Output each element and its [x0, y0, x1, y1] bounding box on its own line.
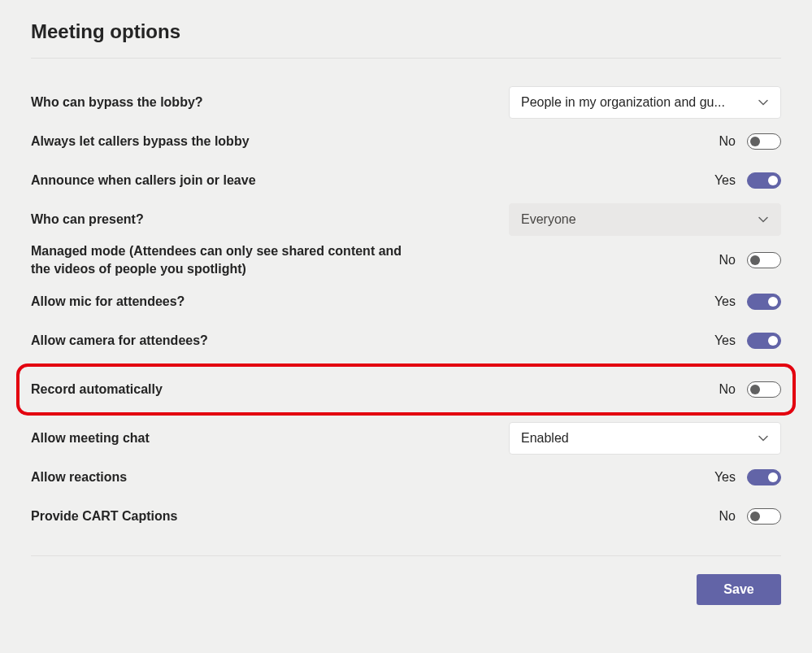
- value-cart-captions: No: [719, 509, 736, 524]
- label-allow-chat: Allow meeting chat: [31, 429, 150, 447]
- label-allow-camera: Allow camera for attendees?: [31, 332, 208, 350]
- toggle-always-bypass[interactable]: [747, 133, 781, 150]
- value-always-bypass: No: [719, 134, 736, 149]
- toggle-allow-camera[interactable]: [747, 333, 781, 349]
- label-announce: Announce when callers join or leave: [31, 172, 256, 189]
- row-record-auto: Record automatically No: [31, 373, 781, 406]
- value-allow-camera: Yes: [714, 333, 736, 348]
- row-announce: Announce when callers join or leave Yes: [31, 161, 781, 200]
- toggle-allow-reactions[interactable]: [747, 469, 781, 485]
- label-managed-mode: Managed mode (Attendees can only see sha…: [31, 242, 421, 279]
- toggle-allow-mic[interactable]: [747, 294, 781, 310]
- label-record-auto: Record automatically: [31, 381, 163, 398]
- row-allow-chat: Allow meeting chat Enabled: [31, 419, 781, 458]
- highlight-record-auto: Record automatically No: [16, 364, 796, 416]
- label-allow-reactions: Allow reactions: [31, 468, 127, 486]
- value-allow-mic: Yes: [714, 294, 736, 309]
- value-announce: Yes: [714, 173, 736, 188]
- row-allow-mic: Allow mic for attendees? Yes: [31, 282, 781, 321]
- toggle-announce[interactable]: [747, 172, 781, 189]
- label-present: Who can present?: [31, 211, 144, 229]
- row-cart-captions: Provide CART Captions No: [31, 497, 781, 536]
- dropdown-bypass-lobby[interactable]: People in my organization and gu...: [509, 86, 781, 119]
- label-cart-captions: Provide CART Captions: [31, 507, 177, 525]
- row-allow-reactions: Allow reactions Yes: [31, 458, 781, 497]
- dropdown-present-value: Everyone: [521, 212, 576, 227]
- dropdown-bypass-lobby-value: People in my organization and gu...: [521, 95, 725, 110]
- row-managed-mode: Managed mode (Attendees can only see sha…: [31, 239, 781, 282]
- save-button[interactable]: Save: [697, 574, 781, 605]
- toggle-cart-captions[interactable]: [747, 508, 781, 525]
- value-record-auto: No: [719, 382, 736, 397]
- chevron-down-icon: [758, 433, 769, 444]
- row-allow-camera: Allow camera for attendees? Yes: [31, 321, 781, 360]
- toggle-record-auto[interactable]: [747, 381, 781, 398]
- dropdown-allow-chat-value: Enabled: [521, 431, 569, 446]
- dropdown-present[interactable]: Everyone: [509, 203, 781, 236]
- footer: Save: [31, 556, 781, 605]
- toggle-managed-mode[interactable]: [747, 252, 781, 268]
- label-bypass-lobby: Who can bypass the lobby?: [31, 94, 203, 111]
- row-always-bypass: Always let callers bypass the lobby No: [31, 122, 781, 161]
- label-allow-mic: Allow mic for attendees?: [31, 293, 185, 311]
- value-managed-mode: No: [719, 253, 736, 268]
- chevron-down-icon: [758, 97, 769, 108]
- row-present: Who can present? Everyone: [31, 200, 781, 239]
- chevron-down-icon: [758, 214, 769, 225]
- page-title: Meeting options: [31, 20, 781, 43]
- value-allow-reactions: Yes: [714, 470, 736, 485]
- row-bypass-lobby: Who can bypass the lobby? People in my o…: [31, 83, 781, 122]
- divider: [31, 58, 781, 59]
- dropdown-allow-chat[interactable]: Enabled: [509, 422, 781, 455]
- label-always-bypass: Always let callers bypass the lobby: [31, 133, 250, 150]
